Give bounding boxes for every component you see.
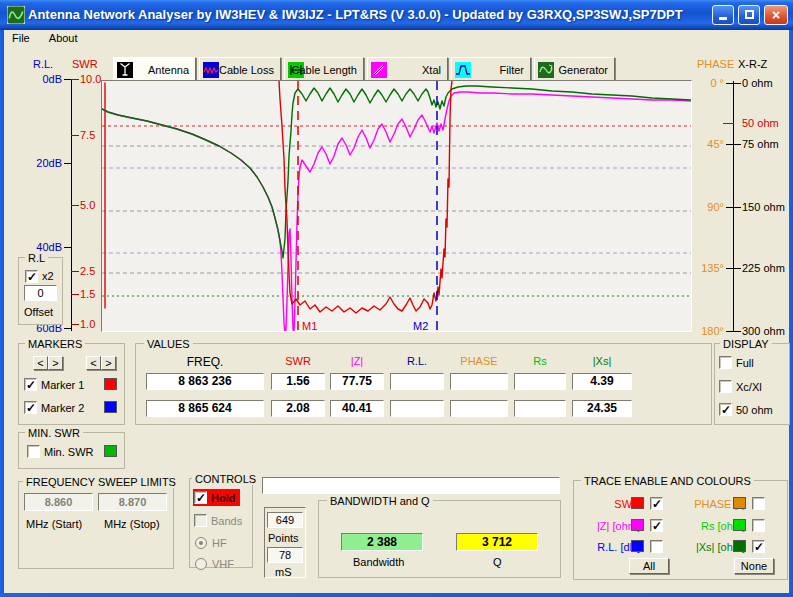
values-title: VALUES bbox=[144, 338, 193, 350]
trace-color-swatch bbox=[733, 497, 746, 509]
min-swr-title: MIN. SWR bbox=[25, 427, 83, 439]
tab-filter[interactable]: Filter bbox=[451, 57, 531, 82]
marker2-label: Marker 2 bbox=[41, 402, 84, 414]
hf-radio[interactable] bbox=[195, 537, 207, 549]
menu-about[interactable]: About bbox=[41, 30, 86, 48]
tab-cable-loss[interactable]: Cable Loss bbox=[199, 57, 281, 82]
min-swr-checkbox[interactable] bbox=[27, 445, 40, 458]
marker2-prev-button[interactable]: < bbox=[86, 356, 101, 370]
bands-checkbox[interactable] bbox=[194, 514, 207, 527]
offset-input[interactable]: 0 bbox=[24, 285, 57, 301]
chart-svg: M1M2 bbox=[102, 81, 691, 331]
trace-checkbox[interactable] bbox=[752, 519, 765, 532]
vhf-label: VHF bbox=[212, 558, 234, 570]
trace-checkbox[interactable] bbox=[650, 519, 663, 532]
marker2-color-swatch bbox=[104, 401, 117, 413]
marker1-color-swatch bbox=[104, 378, 117, 390]
ms-value: 78 bbox=[267, 547, 303, 563]
xtal-icon bbox=[371, 62, 387, 78]
trace-checkbox[interactable] bbox=[650, 540, 663, 553]
value-cell: 8 863 236 bbox=[146, 373, 264, 390]
tab-label: Cable Length bbox=[292, 64, 357, 76]
bandwidth-value: 2 388 bbox=[341, 533, 423, 551]
freq-stop-input[interactable]: 8.870 bbox=[98, 493, 167, 511]
message-input[interactable] bbox=[262, 477, 560, 494]
swr-tick-label: 7.5 bbox=[80, 129, 95, 141]
trace-checkbox[interactable] bbox=[752, 497, 765, 510]
rl-offset-panel: R.L x2 0 Offset bbox=[18, 257, 63, 325]
marker1-checkbox[interactable] bbox=[24, 378, 37, 391]
tab-label: Xtal bbox=[422, 64, 441, 76]
tab-label: Filter bbox=[500, 64, 524, 76]
chart-plot[interactable]: M1M2 bbox=[101, 80, 692, 332]
phase-tick-label: 45° bbox=[694, 138, 724, 150]
rl-tick bbox=[64, 163, 72, 164]
min-swr-label: Min. SWR bbox=[44, 446, 94, 458]
tab-generator[interactable]: Generator bbox=[534, 57, 615, 82]
minimize-button[interactable] bbox=[712, 5, 734, 25]
trace-panel: TRACE ENABLE AND COLOURS SWRPHASE [°]|Z|… bbox=[573, 480, 788, 580]
filter-icon bbox=[455, 62, 471, 78]
points-label: Points bbox=[268, 532, 299, 544]
values-col-header: |Xs| bbox=[572, 355, 632, 367]
swr-tick bbox=[71, 294, 79, 295]
ms-label: mS bbox=[275, 566, 292, 578]
all-button[interactable]: All bbox=[629, 558, 669, 574]
ohm-tick bbox=[723, 123, 734, 124]
phase-tick-label: 0 ° bbox=[694, 77, 724, 89]
value-cell: 24.35 bbox=[572, 400, 632, 417]
hf-label: HF bbox=[212, 537, 227, 549]
swr-tick-label: 5.0 bbox=[80, 199, 95, 211]
min-swr-color-swatch bbox=[104, 445, 117, 457]
full-checkbox[interactable] bbox=[719, 356, 732, 369]
ohm-tick-label: 150 ohm bbox=[742, 201, 785, 213]
markers-title: MARKERS bbox=[25, 338, 85, 350]
tab-cable-length[interactable]: Cable Length bbox=[284, 57, 364, 82]
close-button[interactable]: × bbox=[764, 5, 788, 25]
rl-tick-label: 0dB bbox=[20, 73, 62, 85]
hold-label: Hold bbox=[211, 492, 235, 504]
value-cell: 1.56 bbox=[271, 373, 325, 390]
marker2-checkbox[interactable] bbox=[24, 401, 37, 414]
marker1-prev-button[interactable]: < bbox=[33, 356, 48, 370]
xcxl-checkbox[interactable] bbox=[719, 380, 732, 393]
none-button[interactable]: None bbox=[734, 558, 774, 574]
values-col-header: PHASE bbox=[450, 355, 508, 367]
ohm-tick bbox=[733, 207, 741, 208]
freq-start-input[interactable]: 8.860 bbox=[24, 493, 93, 511]
value-cell: 77.75 bbox=[330, 373, 384, 390]
hold-checkbox[interactable] bbox=[194, 491, 207, 504]
fifty-ohm-checkbox[interactable] bbox=[719, 403, 732, 416]
ohm-tick bbox=[733, 144, 741, 145]
marker1-next-button[interactable]: > bbox=[48, 356, 63, 370]
freq-stop-label: MHz (Stop) bbox=[104, 518, 160, 530]
bandwidth-label: Bandwidth bbox=[353, 556, 404, 568]
marker2-next-button[interactable]: > bbox=[101, 356, 116, 370]
trace-checkbox[interactable] bbox=[752, 540, 765, 553]
value-cell bbox=[390, 373, 444, 390]
value-cell: 4.39 bbox=[572, 373, 632, 390]
maximize-button[interactable] bbox=[738, 5, 760, 25]
tab-xtal[interactable]: Xtal bbox=[367, 57, 448, 82]
swr-tick bbox=[71, 135, 79, 136]
tab-antenna[interactable]: Antenna bbox=[113, 57, 196, 82]
value-cell: 8 865 624 bbox=[146, 400, 264, 417]
swr-tick-label: 1.0 bbox=[80, 318, 95, 330]
menu-file[interactable]: File bbox=[4, 30, 38, 48]
ohm-tick-label: 50 ohm bbox=[742, 117, 779, 129]
freq-start-label: MHz (Start) bbox=[26, 518, 82, 530]
app-icon bbox=[7, 6, 25, 24]
cable-loss-icon bbox=[203, 62, 219, 78]
swr-tick bbox=[71, 79, 79, 80]
display-panel: DISPLAY Full Xc/Xl 50 ohm bbox=[714, 343, 790, 425]
value-cell bbox=[514, 400, 566, 417]
values-col-header: FREQ. bbox=[146, 355, 264, 369]
x2-checkbox[interactable] bbox=[25, 270, 38, 283]
vhf-radio[interactable] bbox=[195, 558, 207, 570]
window-title: Antenna Network Analyser by IW3HEV & IW3… bbox=[28, 0, 683, 30]
trace-checkbox[interactable] bbox=[650, 497, 663, 510]
tab-label: Cable Loss bbox=[219, 64, 274, 76]
ohm-tick-label: 75 ohm bbox=[742, 138, 779, 150]
phase-tick-label: 180° bbox=[694, 325, 724, 337]
value-cell bbox=[514, 373, 566, 390]
